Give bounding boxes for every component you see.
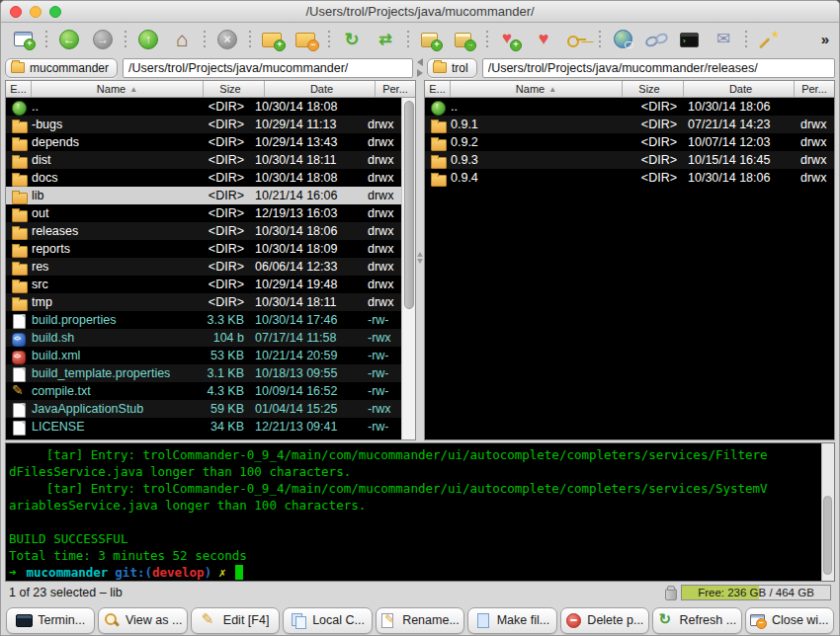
scrollbar-thumb[interactable] (404, 101, 414, 309)
file-date: 10/15/14 16:45 (684, 153, 795, 167)
tmp[interactable]: tmp <DIR> 10/30/14 18:11 drwx (6, 293, 401, 311)
file-name: dist (32, 153, 190, 167)
terminal-scrollbar[interactable] (821, 443, 834, 581)
credentials-icon[interactable] (564, 28, 590, 51)
compile.txt[interactable]: compile.txt 4.3 KB 10/09/14 16:52 -rw- (6, 382, 401, 400)
LICENSE[interactable]: LICENSE 34 KB 12/21/13 09:41 -rw- (6, 418, 401, 436)
edit-button[interactable]: Edit [F4] (191, 607, 280, 634)
up-icon[interactable] (135, 28, 161, 51)
separator-icon[interactable] (745, 31, 747, 48)
depends[interactable]: depends <DIR> 10/29/14 13:43 drwx (6, 133, 401, 151)
separator-icon[interactable] (486, 31, 488, 48)
file-size: <DIR> (190, 135, 251, 149)
terminal-line: [tar] Entry: trolCommander-0_9_4/main/co… (9, 446, 816, 463)
separator-icon[interactable] (599, 31, 601, 48)
separator-icon[interactable] (125, 31, 126, 48)
toolbar-overflow-icon[interactable]: » (815, 31, 835, 47)
column-date[interactable]: Date (265, 81, 376, 97)
view-button[interactable]: View as ... (98, 607, 187, 634)
build.properties[interactable]: build.properties 3.3 KB 10/30/14 17:46 -… (6, 311, 401, 329)
trash-icon[interactable] (665, 586, 676, 598)
column-extension[interactable]: E... (6, 81, 32, 97)
rename-button[interactable]: Rename... (376, 607, 464, 634)
reports[interactable]: reports <DIR> 10/30/14 18:09 drwx (6, 240, 401, 258)
statusbar: 1 of 23 selected – lib Free: 236 GB / 46… (1, 582, 839, 602)
column-extension[interactable]: E... (425, 81, 451, 97)
left-drive-button[interactable]: mucommander (5, 58, 118, 78)
close-window-button[interactable]: Close wi... (745, 607, 834, 634)
res[interactable]: res <DIR> 06/06/14 12:33 drwx (6, 258, 401, 276)
refresh-button[interactable]: Refresh ... (652, 607, 741, 634)
dist[interactable]: dist <DIR> 10/30/14 18:11 drwx (6, 151, 401, 169)
0.9.3[interactable]: 0.9.3 <DIR> 10/15/14 16:45 drwx (425, 151, 834, 169)
column-name[interactable]: Name ▲ (451, 81, 623, 97)
out[interactable]: out <DIR> 12/19/13 16:03 drwx (6, 204, 401, 222)
column-permissions[interactable]: Per... (795, 81, 834, 97)
back-icon[interactable] (56, 28, 82, 51)
swap-panels-icon[interactable] (373, 28, 398, 51)
scrollbar-thumb[interactable] (823, 496, 832, 576)
separator-icon[interactable] (407, 31, 409, 48)
forward-icon[interactable] (90, 28, 116, 51)
0.9.1[interactable]: 0.9.1 <DIR> 07/21/14 14:23 drwx (425, 116, 834, 133)
panel-switch-arrows[interactable] (416, 58, 424, 77)
new-folder-icon[interactable] (260, 28, 286, 51)
column-date[interactable]: Date (684, 81, 795, 97)
delete-button[interactable]: Delete p... (560, 607, 649, 634)
0.9.2[interactable]: 0.9.2 <DIR> 10/07/14 12:03 drwx (425, 133, 834, 151)
stop-icon[interactable] (214, 28, 240, 51)
add-bookmark-icon[interactable] (497, 28, 523, 51)
email-icon[interactable] (711, 28, 736, 51)
column-size[interactable]: Size (623, 81, 684, 97)
remove-folder-icon[interactable] (294, 28, 319, 51)
sort-arrow-icon: ▲ (548, 85, 556, 94)
releases[interactable]: releases <DIR> 10/30/14 18:06 drwx (6, 222, 401, 240)
file-size: <DIR> (190, 224, 251, 238)
server-connect-icon[interactable] (610, 28, 635, 51)
docs[interactable]: docs <DIR> 10/30/14 18:08 drwx (6, 169, 401, 187)
build.sh[interactable]: build.sh 104 b 07/17/14 11:58 -rwx (6, 329, 401, 347)
JavaApplicationStub[interactable]: JavaApplicationStub 59 KB 01/04/14 15:25… (6, 400, 401, 418)
separator-icon[interactable] (249, 31, 251, 48)
terminal-button[interactable]: Termin... (6, 607, 95, 634)
refresh-icon (657, 612, 673, 628)
..[interactable]: .. <DIR> 10/30/14 18:06 (425, 98, 834, 116)
terminal-output[interactable]: [tar] Entry: trolCommander-0_9_4/main/co… (5, 442, 835, 582)
refresh-icon[interactable] (339, 28, 365, 51)
src[interactable]: src <DIR> 10/29/14 19:48 drwx (6, 276, 401, 293)
file-name: .. (32, 100, 190, 114)
left-panel-scrollbar[interactable] (401, 98, 415, 439)
terminal-line: dFilesService.java longer than 100 chara… (9, 463, 816, 480)
new-window-icon[interactable] (11, 28, 37, 51)
terminal-icon[interactable] (677, 28, 703, 51)
lib[interactable]: lib <DIR> 10/21/14 16:06 drwx (6, 187, 401, 204)
build_template.properties[interactable]: build_template.properties 3.1 KB 10/18/1… (6, 364, 401, 382)
file-permissions: drwx (362, 224, 401, 238)
make-file-button[interactable]: Make fil... (467, 607, 556, 634)
..[interactable]: .. <DIR> 10/30/14 18:08 (6, 98, 401, 116)
right-location-field[interactable] (482, 58, 835, 78)
separator-icon[interactable] (328, 31, 330, 48)
left-location-field[interactable] (123, 58, 413, 78)
right-drive-button[interactable]: trol (427, 58, 477, 78)
file-date: 10/30/14 18:11 (251, 153, 362, 167)
-bugs[interactable]: -bugs <DIR> 10/29/14 11:13 drwx (6, 116, 401, 133)
bookmarks-icon[interactable] (531, 28, 556, 51)
column-permissions[interactable]: Per... (376, 81, 415, 97)
splitter-up-icon (417, 252, 423, 257)
0.9.4[interactable]: 0.9.4 <DIR> 10/30/14 18:06 drwx (425, 169, 834, 187)
column-size[interactable]: Size (204, 81, 265, 97)
disconnect-icon[interactable] (643, 28, 669, 51)
local-copy-button[interactable]: Local C... (283, 607, 372, 634)
separator-icon[interactable] (204, 31, 206, 48)
home-icon[interactable] (169, 28, 195, 51)
unpack-icon[interactable] (452, 28, 477, 51)
file-date: 10/21/14 16:06 (251, 189, 362, 202)
rename-icon (380, 612, 396, 628)
pack-icon[interactable] (418, 28, 444, 51)
separator-icon[interactable] (45, 31, 47, 48)
column-name[interactable]: Name ▲ (32, 81, 204, 97)
build.xml[interactable]: build.xml 53 KB 10/21/14 20:59 -rw- (6, 347, 401, 364)
properties-icon[interactable] (756, 28, 782, 51)
panel-splitter[interactable] (416, 252, 424, 266)
